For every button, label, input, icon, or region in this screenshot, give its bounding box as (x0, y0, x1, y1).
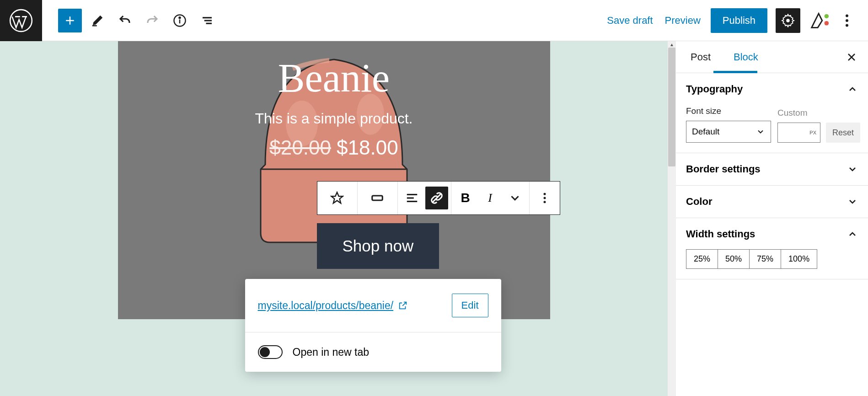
font-size-label: Font size (686, 106, 771, 116)
svg-point-6 (179, 17, 181, 18)
svg-point-23 (543, 193, 546, 195)
more-format-button[interactable] (504, 187, 526, 209)
preview-button[interactable]: Preview (663, 10, 702, 31)
info-button[interactable] (168, 9, 192, 32)
chevron-up-icon (847, 229, 858, 240)
align-button[interactable] (401, 187, 423, 209)
font-size-select[interactable]: Default (686, 121, 771, 143)
link-popover: mysite.local/products/beanie/ Edit Open … (245, 279, 501, 372)
link-url[interactable]: mysite.local/products/beanie/ (258, 300, 408, 312)
chevron-down-icon (847, 196, 858, 207)
open-new-tab-label: Open in new tab (293, 346, 370, 359)
border-panel-toggle[interactable]: Border settings (686, 163, 858, 175)
block-more-button[interactable] (533, 187, 556, 209)
svg-point-14 (846, 19, 848, 22)
button-block-icon[interactable] (366, 187, 389, 209)
tab-post[interactable]: Post (686, 51, 715, 63)
bold-button[interactable]: B (454, 187, 477, 209)
svg-point-12 (825, 21, 829, 25)
settings-sidebar: Post Block Typography Font size Default (676, 41, 868, 396)
publish-button[interactable]: Publish (711, 8, 767, 33)
scrollbar[interactable]: ▲ (668, 41, 676, 396)
svg-point-13 (846, 14, 848, 17)
custom-size-input[interactable]: PX (777, 123, 820, 143)
width-100[interactable]: 100% (781, 249, 817, 269)
color-panel-toggle[interactable]: Color (686, 196, 858, 208)
reset-button[interactable]: Reset (826, 123, 860, 143)
close-sidebar-button[interactable] (845, 51, 858, 64)
settings-button[interactable] (776, 8, 800, 33)
tab-block[interactable]: Block (729, 51, 763, 63)
product-price: $20.00 $18.00 (118, 136, 550, 159)
yoast-icon[interactable] (809, 10, 830, 32)
product-description: This is a simple product. (118, 110, 550, 127)
width-25[interactable]: 25% (686, 249, 718, 269)
external-link-icon (398, 300, 408, 310)
italic-button[interactable]: I (479, 187, 502, 209)
custom-label: Custom (777, 108, 860, 118)
link-button[interactable] (425, 187, 448, 209)
editor-canvas: Beanie This is a simple product. $20.00 … (118, 41, 550, 319)
width-75[interactable]: 75% (749, 249, 781, 269)
wordpress-logo[interactable] (0, 0, 42, 41)
svg-point-10 (786, 19, 790, 22)
svg-rect-18 (372, 196, 383, 200)
favorite-icon[interactable] (326, 187, 348, 209)
open-new-tab-toggle[interactable] (258, 345, 283, 359)
svg-point-15 (846, 24, 848, 27)
list-view-button[interactable] (195, 9, 219, 32)
save-draft-button[interactable]: Save draft (605, 10, 654, 31)
add-block-button[interactable] (58, 9, 82, 32)
width-panel-toggle[interactable]: Width settings (686, 228, 858, 240)
chevron-up-icon (847, 84, 858, 95)
undo-button[interactable] (113, 9, 137, 32)
product-title: Beanie (118, 55, 550, 101)
svg-rect-3 (92, 25, 97, 27)
svg-point-11 (825, 14, 829, 18)
block-toolbar: B I (317, 181, 560, 215)
typography-panel-toggle[interactable]: Typography (686, 83, 858, 95)
redo-button[interactable] (140, 9, 164, 32)
svg-point-25 (543, 201, 546, 203)
shop-now-button[interactable]: Shop now (317, 223, 439, 269)
edit-mode-button[interactable] (86, 9, 109, 32)
more-options-button[interactable] (839, 12, 855, 29)
svg-point-24 (543, 197, 546, 199)
chevron-down-icon (847, 164, 858, 175)
width-50[interactable]: 50% (718, 249, 750, 269)
edit-link-button[interactable]: Edit (452, 294, 488, 317)
